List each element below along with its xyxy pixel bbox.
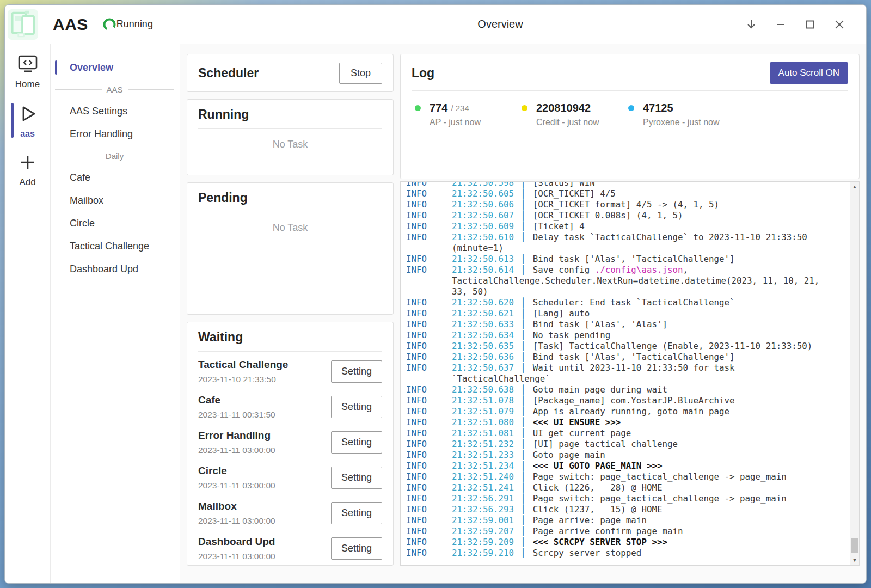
log-message: 21:32:50.605│[OCR_TICKET] 4/5 (452, 188, 834, 199)
log-line: INFO21:32:59.209│<<< SCRCPY SERVER STOP … (406, 537, 834, 548)
sidebar-item-tactical-challenge[interactable]: Tactical Challenge (51, 235, 180, 258)
log-timestamp: 21:32:50.613 (452, 254, 514, 264)
log-line: INFO21:32:50.606│[OCR_TICKET format] 4/5… (406, 199, 834, 210)
task-next-run: 2023-11-11 03:00:00 (198, 445, 275, 455)
app-logo-icon (6, 8, 40, 41)
sidebar-item-mailbox[interactable]: Mailbox (51, 189, 180, 212)
log-message: 21:32:51.078│[Package_name] com.YostarJP… (452, 395, 834, 406)
log-timestamp: 21:32:59.210 (452, 548, 514, 558)
rail-item-label: Home (15, 79, 40, 90)
log-message: 21:32:56.291│Page switch: page_tactical_… (452, 493, 834, 504)
log-line: INFO21:32:51.081│UI get current page (406, 428, 834, 439)
plus-icon (19, 153, 37, 171)
log-level: INFO (406, 526, 452, 537)
sidebar-item-error-handling[interactable]: Error Handling (51, 122, 180, 145)
close-button[interactable] (825, 13, 854, 36)
sidebar-item-aas-settings[interactable]: AAS Settings (51, 100, 180, 122)
setting-button[interactable]: Setting (331, 537, 382, 560)
log-level: INFO (406, 352, 452, 363)
log-timestamp: 21:32:51.079 (452, 406, 514, 416)
rail-item-aas[interactable]: aas (5, 101, 50, 142)
rail-item-add[interactable]: Add (5, 150, 50, 191)
group-divider-line (128, 89, 175, 90)
sidebar-item-dashboard-upd[interactable]: Dashboard Upd (51, 258, 180, 280)
pipe-divider: │ (514, 450, 533, 460)
log-scrollbar[interactable]: ▲ ▼ (850, 182, 859, 565)
log-message: 21:32:50.633│Bind task ['Alas', 'Alas'] (452, 319, 834, 330)
scroll-down-arrow-icon[interactable]: ▼ (850, 555, 859, 565)
sidebar-item-overview[interactable]: Overview (51, 56, 180, 79)
setting-button[interactable]: Setting (331, 467, 382, 489)
titlebar: AAS Running Overview (5, 5, 866, 44)
log-line: INFO21:32:51.078│[Package_name] com.Yost… (406, 395, 834, 406)
log-level: INFO (406, 439, 452, 450)
add-icon (19, 153, 37, 174)
pipe-divider: │ (514, 417, 533, 427)
log-message: 21:32:50.610│Delay task `TacticalChallen… (452, 232, 834, 254)
task-next-run: 2023-11-11 00:31:50 (198, 410, 275, 420)
stat-label: Credit - just now (536, 118, 628, 127)
play-triangle-icon (18, 104, 38, 124)
side-menu: OverviewAASAAS SettingsError HandlingDai… (51, 44, 180, 583)
pipe-divider: │ (514, 210, 533, 220)
log-level: INFO (406, 188, 452, 199)
log-card: Log Auto Scroll ON 774/ 234AP - just now… (400, 54, 860, 179)
task-info: Error Handling2023-11-11 03:00:00 (198, 430, 275, 455)
log-message: 21:32:59.210│Scrcpy server stopped (452, 548, 834, 559)
setting-button[interactable]: Setting (331, 396, 382, 418)
stat-value: 774 (430, 102, 447, 114)
setting-button[interactable]: Setting (331, 431, 382, 454)
task-next-run: 2023-11-10 21:33:50 (198, 375, 288, 384)
group-label: Daily (106, 151, 124, 161)
rail-item-label: aas (20, 129, 35, 139)
task-info: Cafe2023-11-11 00:31:50 (198, 394, 275, 420)
log-timestamp: 21:32:50.606 (452, 199, 514, 210)
setting-button[interactable]: Setting (331, 502, 382, 524)
stat-suffix: / 234 (451, 103, 469, 113)
pipe-divider: │ (514, 406, 533, 416)
minimize-button[interactable] (766, 13, 795, 36)
minimize-icon (776, 20, 786, 29)
log-timestamp: 21:32:51.078 (452, 395, 514, 406)
log-line: INFO21:32:51.234│<<< UI GOTO PAGE_MAIN >… (406, 461, 834, 471)
log-timestamp: 21:32:50.636 (452, 352, 514, 362)
log-level: INFO (406, 515, 452, 526)
sidebar-item-circle[interactable]: Circle (51, 212, 180, 235)
pipe-divider: │ (514, 504, 533, 514)
scrollbar-thumb[interactable] (851, 538, 858, 553)
sidebar-item-label: Mailbox (70, 195, 103, 206)
log-timestamp: 21:32:50.607 (452, 210, 514, 220)
log-message: 21:32:50.613│Bind task ['Alas', 'Tactica… (452, 254, 834, 265)
pipe-divider: │ (514, 182, 533, 188)
maximize-icon (805, 20, 815, 29)
pipe-divider: │ (514, 384, 533, 395)
download-update-button[interactable] (737, 13, 766, 36)
log-line: INFO21:32:51.241│Click (1226, 28) @ HOME (406, 482, 834, 493)
icon-rail: HomeaasAdd (5, 44, 51, 583)
log-timestamp: 21:32:50.638 (452, 384, 514, 395)
stop-button[interactable]: Stop (339, 63, 382, 84)
rail-item-home[interactable]: Home (5, 52, 50, 93)
log-line: INFO21:32:50.635│[Task] TacticalChalleng… (406, 341, 834, 352)
log-level: INFO (406, 504, 452, 515)
log-message: 21:32:50.598│[Status] WIN (452, 182, 834, 188)
task-name: Dashboard Upd (198, 536, 275, 548)
sidebar-item-cafe[interactable]: Cafe (51, 166, 180, 189)
log-level: INFO (406, 297, 452, 308)
log-level: INFO (406, 548, 452, 559)
dashboard-stats: 774/ 234AP - just now220810942Credit - j… (401, 91, 859, 127)
stat-value-row: 774/ 234 (415, 102, 522, 114)
stat-label: Pyroxene - just now (643, 118, 735, 127)
log-line: INFO21:32:50.613│Bind task ['Alas', 'Tac… (406, 254, 834, 265)
scroll-up-arrow-icon[interactable]: ▲ (850, 182, 859, 192)
log-message: 21:32:59.001│Page arrive: page_main (452, 515, 834, 526)
log-line: INFO21:32:59.001│Page arrive: page_main (406, 515, 834, 526)
log-message: 21:32:51.240│Page switch: page_tactical_… (452, 471, 834, 482)
log-timestamp: 21:32:50.610 (452, 232, 514, 242)
log-level: INFO (406, 221, 452, 232)
log-level: INFO (406, 482, 452, 493)
auto-scroll-toggle[interactable]: Auto Scroll ON (770, 62, 848, 84)
log-timestamp: 21:32:51.080 (452, 417, 514, 427)
maximize-button[interactable] (795, 13, 825, 36)
setting-button[interactable]: Setting (331, 360, 382, 383)
